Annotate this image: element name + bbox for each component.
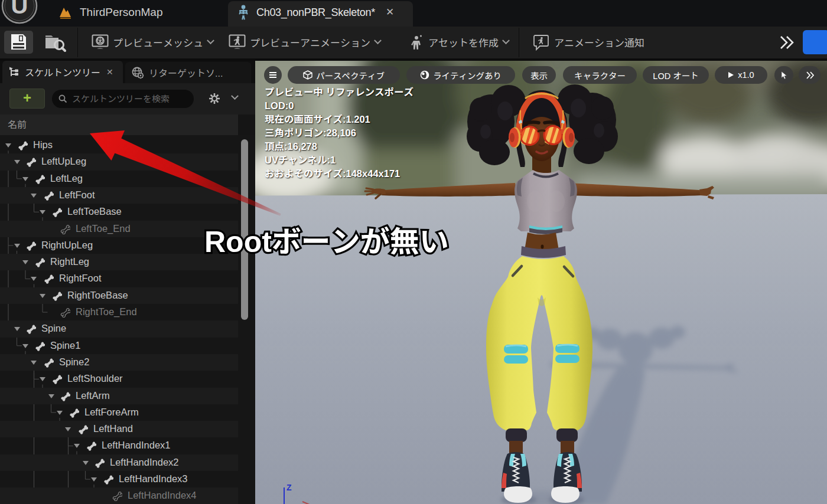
svg-text:Z: Z — [286, 483, 292, 492]
svg-text:U: U — [11, 0, 28, 18]
